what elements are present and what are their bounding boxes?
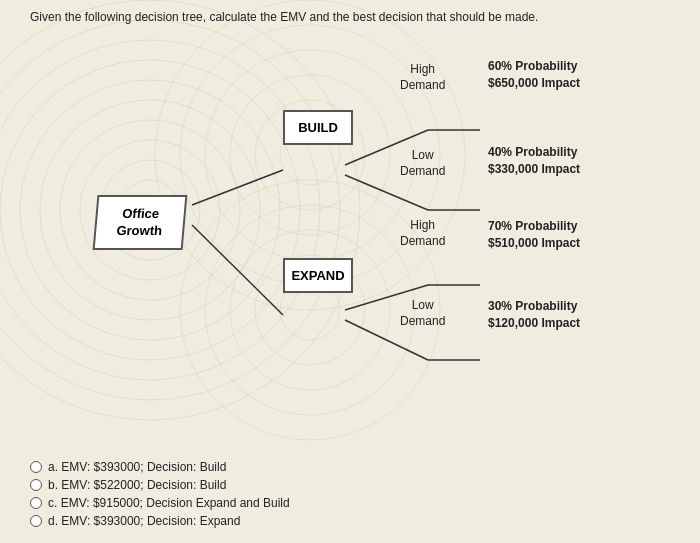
instructions-text: Given the following decision tree, calcu… (30, 10, 538, 24)
radio-b[interactable] (30, 479, 42, 491)
answer-d[interactable]: d. EMV: $393000; Decision: Expand (30, 514, 290, 528)
office-growth-label: OfficeGrowth (116, 206, 164, 240)
answer-c-text: c. EMV: $915000; Decision Expand and Bui… (48, 496, 290, 510)
answer-d-text: d. EMV: $393000; Decision: Expand (48, 514, 240, 528)
answer-b-text: b. EMV: $522000; Decision: Build (48, 478, 226, 492)
answer-c[interactable]: c. EMV: $915000; Decision Expand and Bui… (30, 496, 290, 510)
radio-a[interactable] (30, 461, 42, 473)
answer-b[interactable]: b. EMV: $522000; Decision: Build (30, 478, 290, 492)
svg-line-21 (192, 170, 283, 205)
office-growth-node: OfficeGrowth (93, 195, 188, 250)
expand-low-demand-label: Low Demand (400, 298, 445, 329)
answer-a[interactable]: a. EMV: $393000; Decision: Build (30, 460, 290, 474)
svg-line-24 (345, 175, 428, 210)
expand-low-prob: 30% Probability $120,000 Impact (488, 298, 580, 332)
expand-high-prob: 70% Probability $510,000 Impact (488, 218, 580, 252)
build-high-prob: 60% Probability $650,000 Impact (488, 58, 580, 92)
svg-line-22 (192, 225, 283, 315)
expand-high-demand-label: High Demand (400, 218, 445, 249)
build-low-demand-label: Low Demand (400, 148, 445, 179)
build-label: BUILD (298, 120, 338, 135)
radio-c[interactable] (30, 497, 42, 509)
build-node: BUILD (283, 110, 353, 145)
expand-node: EXPAND (283, 258, 353, 293)
build-low-prob: 40% Probability $330,000 Impact (488, 144, 580, 178)
answer-choices: a. EMV: $393000; Decision: Build b. EMV:… (30, 460, 290, 528)
expand-label: EXPAND (291, 268, 344, 283)
radio-d[interactable] (30, 515, 42, 527)
answer-a-text: a. EMV: $393000; Decision: Build (48, 460, 226, 474)
build-high-demand-label: High Demand (400, 62, 445, 93)
